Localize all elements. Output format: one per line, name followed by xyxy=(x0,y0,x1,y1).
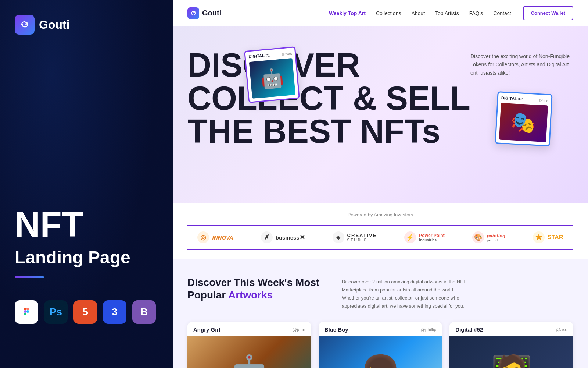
nft-card-1-image: 🤖 xyxy=(249,58,295,99)
nft-card-2: DIGITAL #2 @john 🎭 xyxy=(495,91,552,146)
connect-wallet-button[interactable]: Connect Wallet xyxy=(523,6,573,20)
popular-title: Discover This Week's Most Popular Artwor… xyxy=(187,276,320,310)
artwork-2-title: Blue Boy xyxy=(325,326,348,333)
sponsor-painting-icon: 🎨 xyxy=(472,231,484,243)
nft-card-2-image: 🎭 xyxy=(499,103,548,142)
hero-section: DIGITAL #1 @mark 🤖 DIGITAL #2 @john 🎭 DI… xyxy=(173,26,588,203)
nft-card-1-label: DIGITAL #1 xyxy=(248,53,270,59)
sponsor-businessx: ✗ business✕ xyxy=(261,231,305,243)
sponsors-label: Powered by Amazing Investors xyxy=(187,212,573,217)
sponsor-pvt-label: pvt. ltd. xyxy=(487,238,506,242)
sponsor-powerpoint-icon: ⚡ xyxy=(404,231,416,243)
nav-link-faqs[interactable]: FAQ's xyxy=(469,10,483,16)
artwork-card-1[interactable]: Angry Girl @john 🤖 xyxy=(187,322,311,368)
left-divider xyxy=(15,276,44,278)
artwork-3-image: 🧑‍💻 xyxy=(449,336,573,368)
sponsor-painting-label: painting xyxy=(487,233,506,238)
bootstrap-icon: B xyxy=(132,300,156,324)
sponsor-businessx-icon: ✗ xyxy=(261,231,273,243)
artwork-1-author: @john xyxy=(293,327,305,332)
nav-link-weekly-top-art[interactable]: Weekly Top Art xyxy=(329,10,366,16)
artworks-grid: Angry Girl @john 🤖 Blue Boy @phillip 👦 xyxy=(187,322,573,368)
popular-title-highlight: Artworks xyxy=(228,289,273,301)
artwork-1-image: 🤖 xyxy=(187,336,311,368)
sponsor-star-label: STAR xyxy=(548,234,563,241)
css3-icon: 3 xyxy=(103,300,126,324)
svg-rect-1 xyxy=(24,308,26,310)
left-subtitle: Landing Page xyxy=(15,248,158,268)
nft-card-2-label: DIGITAL #2 xyxy=(501,96,523,101)
nft-card-1-author: @mark xyxy=(281,52,292,57)
sponsor-industries-label: industries xyxy=(419,238,444,242)
nft-card-2-author: @john xyxy=(538,99,548,103)
artwork-3-author: @axe xyxy=(556,327,567,332)
sponsor-creative-label: CREATIVE xyxy=(347,233,377,238)
sponsor-powerpoint-label: Power Point xyxy=(419,233,444,238)
sponsor-innova: ◎ INNOVA xyxy=(197,231,233,243)
left-title: NFT xyxy=(15,207,158,242)
sponsor-star: ★ STAR xyxy=(533,231,563,243)
html5-icon: 5 xyxy=(74,300,97,324)
popular-header: Discover This Week's Most Popular Artwor… xyxy=(187,276,573,310)
left-main-content: NFT Landing Page Ps 5 3 B xyxy=(15,207,158,324)
nav-link-contact[interactable]: Contact xyxy=(493,10,511,16)
nav-logo: Gouti xyxy=(187,7,221,19)
popular-description: Discover over 2 million amazing digital … xyxy=(342,276,467,310)
svg-point-5 xyxy=(26,310,29,313)
right-panel: Gouti Weekly Top Art Collections About T… xyxy=(173,0,588,368)
figma-icon xyxy=(15,300,38,324)
nft-card-1: DIGITAL #1 @mark 🤖 xyxy=(244,46,300,103)
artwork-card-1-header: Angry Girl @john xyxy=(187,322,311,336)
sponsor-studio-label: STUDIO xyxy=(347,238,377,242)
sponsor-innova-label: INNOVA xyxy=(212,234,233,241)
sponsors-section: Powered by Amazing Investors ◎ INNOVA ✗ … xyxy=(173,203,588,259)
navbar: Gouti Weekly Top Art Collections About T… xyxy=(173,0,588,26)
artwork-card-3-header: Digital #52 @axe xyxy=(449,322,573,336)
sponsor-star-icon: ★ xyxy=(533,231,545,243)
nav-link-collections[interactable]: Collections xyxy=(376,10,401,16)
sponsor-innova-icon: ◎ xyxy=(197,231,209,243)
sponsor-creative-icon: ◈ xyxy=(333,231,344,243)
svg-rect-3 xyxy=(24,310,26,313)
sponsor-businessx-label: business✕ xyxy=(276,233,305,241)
artwork-3-title: Digital #52 xyxy=(455,326,483,333)
nav-link-about[interactable]: About xyxy=(411,10,425,16)
artwork-2-image: 👦 xyxy=(319,336,442,368)
sponsors-row: ◎ INNOVA ✗ business✕ ◈ CREATIVE STUDIO ⚡… xyxy=(187,225,573,250)
artwork-card-2-header: Blue Boy @phillip xyxy=(319,322,442,336)
left-logo-text: Gouti xyxy=(39,18,70,32)
logo-icon-left xyxy=(15,15,35,35)
svg-rect-2 xyxy=(26,308,29,310)
nav-links: Weekly Top Art Collections About Top Art… xyxy=(329,10,511,16)
nav-logo-icon xyxy=(187,7,199,19)
left-panel: Gouti NFT Landing Page Ps 5 3 B xyxy=(0,0,173,368)
photoshop-icon: Ps xyxy=(44,300,68,324)
left-logo: Gouti xyxy=(15,15,158,35)
svg-point-0 xyxy=(25,22,27,24)
artwork-card-2[interactable]: Blue Boy @phillip 👦 xyxy=(319,322,442,368)
nav-link-top-artists[interactable]: Top Artists xyxy=(435,10,459,16)
tech-icons-row: Ps 5 3 B xyxy=(15,300,158,324)
popular-section: Discover This Week's Most Popular Artwor… xyxy=(173,259,588,368)
sponsor-painting: 🎨 painting pvt. ltd. xyxy=(472,231,506,243)
sponsor-powerpoint: ⚡ Power Point industries xyxy=(404,231,444,243)
artwork-2-author: @phillip xyxy=(420,327,436,332)
svg-rect-4 xyxy=(24,313,26,315)
sponsor-creative: ◈ CREATIVE STUDIO xyxy=(333,231,377,243)
nav-logo-text: Gouti xyxy=(202,9,221,17)
artwork-card-3[interactable]: Digital #52 @axe 🧑‍💻 xyxy=(449,322,573,368)
artwork-1-title: Angry Girl xyxy=(193,326,220,333)
